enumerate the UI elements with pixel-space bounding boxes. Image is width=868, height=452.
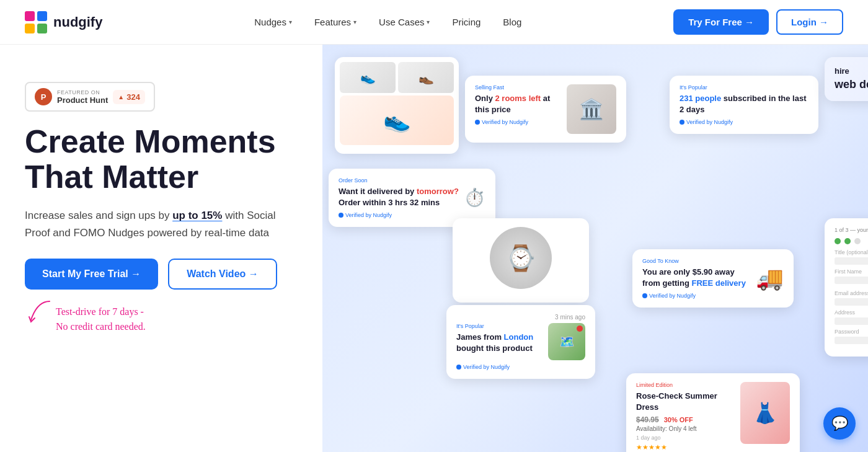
form-field-title <box>835 257 868 265</box>
free-delivery-label: Good To Know <box>642 258 750 264</box>
header: nudgify Nudges ▾ Features ▾ Use Cases ▾ … <box>0 0 868 45</box>
form-field-label-1: Title (optional) <box>835 249 868 255</box>
shoe-main-image: 👟 <box>340 95 454 145</box>
form-progress <box>835 238 868 244</box>
nav-use-cases[interactable]: Use Cases ▾ <box>370 12 438 32</box>
header-cta-group: Try For Free → Login → <box>673 9 843 35</box>
hero-right: 👟 👞 👟 Order Soon Want it delivered by to… <box>322 45 868 452</box>
step-3 <box>854 238 861 244</box>
nudge-card-form: 1 of 3 — your details Title (optional) F… <box>825 218 868 357</box>
dress-pricing: $49.95 30% OFF <box>636 415 734 424</box>
free-delivery-verified: Verified by Nudgify <box>642 293 750 299</box>
product-hunt-logo: P <box>35 88 52 105</box>
chat-icon: 💬 <box>831 415 848 432</box>
watch-video-button[interactable]: Watch Video → <box>168 259 277 290</box>
delivery-label: Order Soon <box>339 177 485 184</box>
hero-subtitle: Increase sales and sign ups by up to 15%… <box>25 207 298 241</box>
dress-time: 1 day ago <box>636 435 734 441</box>
nav-nudges[interactable]: Nudges ▾ <box>246 12 301 32</box>
rooms-image: 🏛️ <box>567 84 616 134</box>
nav-features[interactable]: Features ▾ <box>306 12 365 32</box>
shoe-thumb-1: 👟 <box>340 62 396 93</box>
popular-sub-label: It's Popular <box>680 84 808 91</box>
nudge-card-web-designer: hireweb designer <box>825 57 868 101</box>
form-field-firstname <box>835 277 868 284</box>
delivery-main: Want it delivered by tomorrow?Order with… <box>339 186 459 208</box>
watch-image: ⌚ <box>490 227 552 289</box>
nudge-card-dress: Limited Edition Rose-Check Summer Dress … <box>626 373 800 452</box>
nav-features-chevron: ▾ <box>353 19 356 25</box>
svg-rect-2 <box>25 24 35 33</box>
svg-rect-3 <box>37 24 47 33</box>
handwritten-arrow <box>25 298 53 323</box>
james-label: It's Popular <box>456 323 542 329</box>
logo[interactable]: nudgify <box>25 11 102 33</box>
chat-button[interactable]: 💬 <box>823 407 856 440</box>
form-field-label-6: Password <box>835 329 868 335</box>
form-field-address <box>835 317 868 325</box>
delivery-verified: Verified by Nudgify <box>339 212 485 218</box>
form-field-label-4: Email address <box>835 290 868 296</box>
dress-image: 👗 <box>740 382 790 444</box>
login-button[interactable]: Login → <box>776 9 843 35</box>
form-field-password <box>835 337 868 344</box>
cta-group: Start My Free Trial → Watch Video → <box>25 259 298 290</box>
popular-sub-verified: Verified by Nudgify <box>680 119 808 125</box>
nav-blog[interactable]: Blog <box>494 12 530 32</box>
start-free-trial-button[interactable]: Start My Free Trial → <box>25 259 158 290</box>
dress-label: Limited Edition <box>636 382 734 388</box>
nav-nudges-chevron: ▾ <box>289 19 292 25</box>
step-1 <box>835 238 841 244</box>
hero-title: Create Moments That Matter <box>25 124 298 195</box>
step-2 <box>844 238 851 244</box>
svg-rect-0 <box>25 11 35 21</box>
product-hunt-badge[interactable]: P FEATURED ON Product Hunt ▲ 324 <box>25 82 155 112</box>
product-hunt-votes: ▲ 324 <box>113 90 145 104</box>
shoe-thumb-2: 👞 <box>398 62 454 93</box>
logo-text: nudgify <box>53 14 102 30</box>
james-time: 3 mins ago <box>456 314 585 321</box>
clock-icon: ⏱️ <box>464 187 485 208</box>
hero-left: P FEATURED ON Product Hunt ▲ 324 Create … <box>0 45 322 452</box>
popular-sub-main: 231 people subscribed in the last 2 days <box>680 93 808 115</box>
nudge-card-free-delivery: Good To Know You are only $5.90 away fro… <box>632 249 794 308</box>
rooms-label: Selling Fast <box>475 84 560 91</box>
nav-pricing[interactable]: Pricing <box>443 12 489 32</box>
james-verified: Verified by Nudgify <box>456 364 585 370</box>
rooms-verified: Verified by Nudgify <box>475 119 560 125</box>
dress-title: Rose-Check Summer Dress <box>636 391 734 413</box>
form-field-email <box>835 298 868 306</box>
svg-rect-1 <box>37 11 47 21</box>
try-for-free-button[interactable]: Try For Free → <box>673 9 769 35</box>
product-hunt-text: FEATURED ON Product Hunt <box>57 89 108 105</box>
rooms-main: Only 2 rooms left at this price <box>475 93 560 115</box>
logo-icon <box>25 11 47 33</box>
free-delivery-main: You are only $5.90 away from getting FRE… <box>642 267 750 289</box>
nudge-card-shoes: 👟 👞 👟 <box>335 57 459 154</box>
truck-icon: 🚚 <box>756 265 784 291</box>
main-nav: Nudges ▾ Features ▾ Use Cases ▾ Pricing … <box>246 12 530 32</box>
dress-availability: Availability: Only 4 left <box>636 425 734 432</box>
form-field-label-5: Address <box>835 309 868 316</box>
handwritten-note: Test-drive for 7 days - No credit card n… <box>25 304 298 334</box>
nudge-card-james: 3 mins ago It's Popular James from Londo… <box>446 305 595 379</box>
nav-use-cases-chevron: ▾ <box>427 19 430 25</box>
web-designer-text: hireweb designer <box>835 66 868 92</box>
nudge-card-rooms: Selling Fast Only 2 rooms left at this p… <box>465 76 626 143</box>
nudge-card-popular-sub: It's Popular 231 people subscribed in th… <box>670 76 818 134</box>
nudge-card-watch: ⌚ <box>453 218 589 303</box>
james-map: 🗺️ <box>548 323 585 360</box>
dress-stars: ★★★★★ <box>636 443 734 451</box>
form-field-label-2: First Name <box>835 268 868 275</box>
main-content: P FEATURED ON Product Hunt ▲ 324 Create … <box>0 45 868 452</box>
james-main: James from London bought this product <box>456 332 542 354</box>
form-step-label: 1 of 3 — your details <box>835 227 868 233</box>
